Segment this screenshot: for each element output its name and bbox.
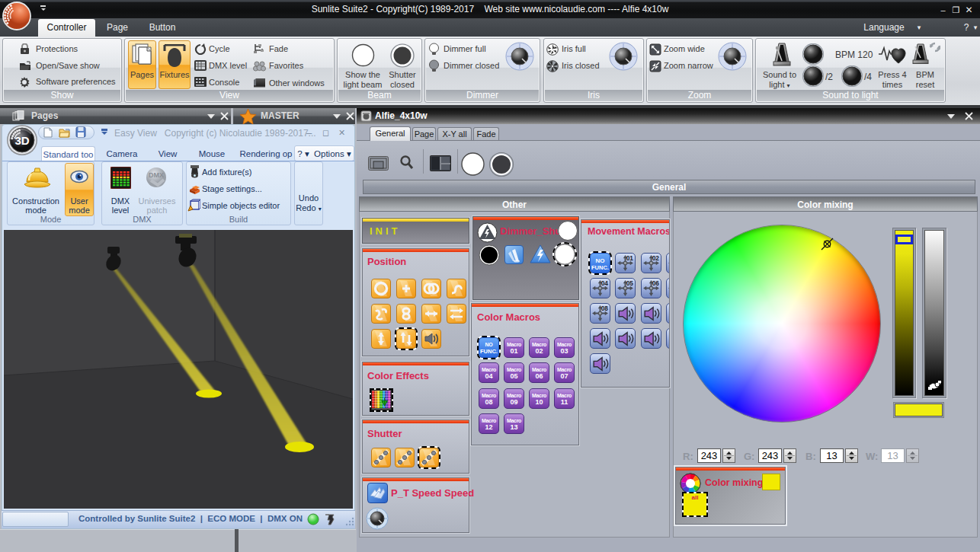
svg-text:02: 02: [652, 254, 660, 262]
svg-text:01: 01: [626, 254, 634, 262]
svg-text:3D: 3D: [14, 134, 29, 147]
svg-text:06: 06: [652, 279, 660, 287]
svg-text:08: 08: [601, 305, 609, 312]
svg-text:DMX: DMX: [149, 171, 164, 179]
svg-text:05: 05: [626, 279, 634, 287]
svg-text:04: 04: [601, 279, 609, 287]
